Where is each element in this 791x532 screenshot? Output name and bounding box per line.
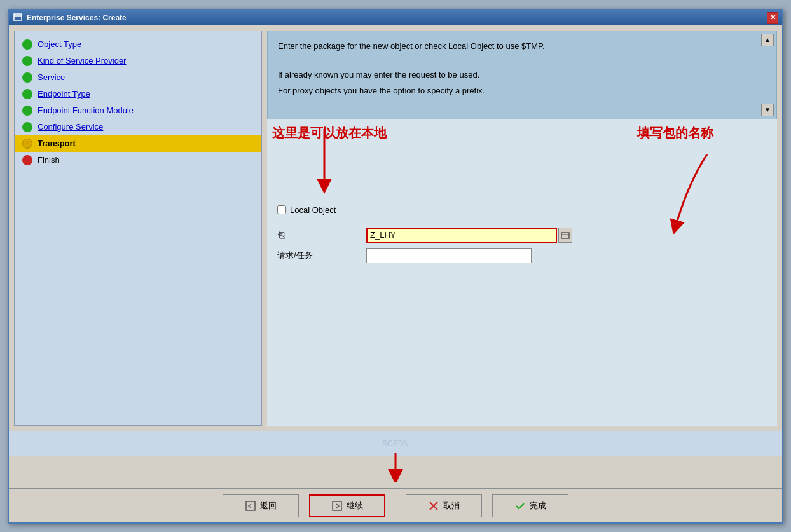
cancel-label: 取消: [443, 500, 460, 512]
back-label: 返回: [260, 500, 277, 512]
package-field-row: 包: [277, 228, 767, 243]
svg-point-3: [25, 58, 30, 64]
package-input[interactable]: [366, 228, 557, 243]
finish-label: 完成: [530, 500, 546, 512]
scroll-up-button[interactable]: ▲: [761, 34, 774, 46]
cancel-button[interactable]: 取消: [406, 494, 482, 517]
form-area: 这里是可以放在本地 填写包的名称: [267, 119, 777, 426]
step-icon-endpoint-function: [22, 106, 32, 116]
svg-rect-0: [14, 14, 22, 20]
svg-point-5: [25, 92, 30, 97]
arrow-to-continue: [376, 450, 415, 482]
package-input-wrap: [366, 228, 572, 243]
svg-rect-17: [246, 501, 255, 510]
svg-marker-8: [25, 141, 30, 146]
arrow-to-package: [669, 151, 720, 234]
step-icon-kind-of-service: [22, 56, 32, 66]
request-field-row: 请求/任务: [277, 248, 767, 263]
step-label-endpoint-function[interactable]: Endpoint Function Module: [38, 106, 134, 115]
local-object-checkbox[interactable]: [277, 205, 286, 214]
step-configure-service[interactable]: Configure Service: [15, 119, 261, 135]
step-icon-service: [22, 72, 32, 83]
annotation-package-name: 填写包的名称: [637, 125, 713, 142]
svg-point-2: [25, 42, 30, 47]
svg-rect-18: [333, 501, 341, 510]
package-browse-button[interactable]: [558, 228, 572, 243]
info-line3: If already known you may enter the reque…: [278, 69, 766, 82]
right-panel: Enter the package for the new object or …: [267, 31, 777, 426]
step-endpoint-function[interactable]: Endpoint Function Module: [15, 102, 261, 119]
step-service[interactable]: Service: [15, 69, 261, 86]
step-transport[interactable]: Transport: [15, 135, 261, 152]
finish-icon: [514, 500, 526, 512]
wizard-steps-panel: Object Type Kind of Service Provider Ser…: [14, 31, 262, 426]
step-label-endpoint-type[interactable]: Endpoint Type: [38, 89, 90, 99]
svg-rect-9: [25, 158, 30, 163]
continue-button[interactable]: 继续: [309, 494, 385, 517]
step-label-kind-of-service[interactable]: Kind of Service Provider: [38, 56, 126, 65]
step-icon-finish: [22, 155, 32, 165]
watermark-text: SCSDN: [382, 439, 409, 448]
step-finish[interactable]: Finish: [15, 152, 261, 168]
cancel-icon: [428, 500, 439, 512]
step-label-configure-service[interactable]: Configure Service: [38, 122, 103, 132]
info-line4: For proxy objects you have the option to…: [278, 85, 766, 98]
title-bar: Enterprise Services: Create ✕: [9, 10, 782, 25]
step-label-service[interactable]: Service: [38, 72, 65, 82]
step-icon-configure-service: [22, 122, 32, 132]
local-object-row: Local Object: [277, 205, 767, 215]
window-icon: [13, 13, 23, 23]
local-object-label[interactable]: Local Object: [290, 205, 336, 215]
info-box: Enter the package for the new object or …: [267, 31, 777, 119]
step-icon-object-type: [22, 39, 32, 50]
finish-button[interactable]: 完成: [492, 494, 568, 517]
step-label-object-type[interactable]: Object Type: [38, 39, 81, 49]
step-endpoint-type[interactable]: Endpoint Type: [15, 86, 261, 102]
scroll-down-button[interactable]: ▼: [761, 104, 774, 116]
arrow-to-checkbox: [305, 126, 343, 196]
bottom-toolbar: 返回 继续: [9, 488, 782, 522]
back-icon: [245, 500, 256, 512]
step-label-finish: Finish: [38, 155, 60, 165]
step-object-type[interactable]: Object Type: [15, 36, 261, 53]
back-button[interactable]: 返回: [223, 494, 299, 517]
step-icon-transport: [22, 139, 32, 149]
request-label: 请求/任务: [277, 250, 366, 261]
request-input[interactable]: [366, 248, 532, 263]
package-label: 包: [277, 229, 366, 241]
svg-rect-13: [561, 233, 569, 238]
svg-point-4: [25, 75, 30, 80]
svg-point-6: [25, 108, 30, 113]
step-label-transport: Transport: [38, 139, 76, 148]
annotation-local-object: 这里是可以放在本地: [272, 125, 387, 142]
window-title: Enterprise Services: Create: [27, 13, 127, 22]
step-icon-endpoint-type: [22, 89, 32, 99]
continue-icon: [331, 500, 343, 512]
info-line1: Enter the package for the new object or …: [278, 40, 766, 53]
svg-point-7: [25, 125, 30, 130]
continue-label: 继续: [347, 500, 363, 512]
step-kind-of-service[interactable]: Kind of Service Provider: [15, 53, 261, 69]
request-input-wrap: [366, 248, 532, 263]
close-button[interactable]: ✕: [767, 12, 778, 24]
